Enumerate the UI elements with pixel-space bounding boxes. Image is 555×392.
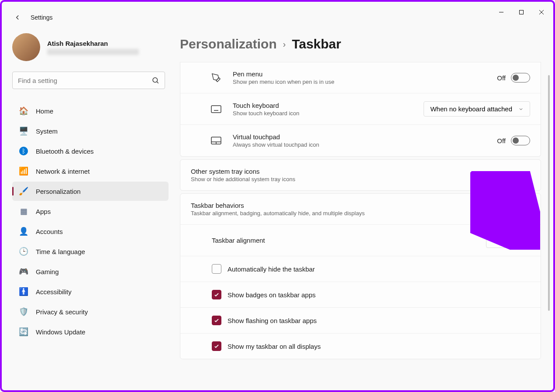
sidebar-item-personalization[interactable]: 🖌️Personalization bbox=[12, 182, 169, 201]
keyboard-icon bbox=[208, 104, 224, 114]
sidebar-item-gaming[interactable]: 🎮Gaming bbox=[12, 262, 169, 281]
sidebar-item-time-language[interactable]: 🕒Time & language bbox=[12, 242, 169, 261]
sidebar-item-label: System bbox=[36, 127, 58, 135]
sidebar-item-privacy[interactable]: 🛡️Privacy & security bbox=[12, 302, 169, 321]
system-tray-icons-group: Pen menu Show pen menu icon when pen is … bbox=[180, 62, 541, 157]
time-language-icon: 🕒 bbox=[19, 247, 28, 256]
sidebar: Atish Rajasekharan 🏠Home 🖥️System ᛒBluet… bbox=[2, 23, 172, 390]
pen-menu-toggle[interactable] bbox=[511, 73, 530, 83]
toggle-state-label: Off bbox=[497, 74, 506, 82]
privacy-icon: 🛡️ bbox=[19, 307, 28, 316]
sidebar-item-home[interactable]: 🏠Home bbox=[12, 101, 169, 120]
profile-email-redacted bbox=[47, 49, 139, 55]
sidebar-item-system[interactable]: 🖥️System bbox=[12, 121, 169, 141]
setting-subtitle: Show touch keyboard icon bbox=[233, 110, 424, 117]
gaming-icon: 🎮 bbox=[19, 267, 28, 276]
personalization-icon: 🖌️ bbox=[19, 187, 28, 196]
flashing-checkbox[interactable] bbox=[212, 316, 221, 325]
dropdown-value: Center bbox=[493, 237, 512, 244]
setting-row-virtual-touchpad: Virtual touchpad Always show virtual tou… bbox=[180, 125, 541, 156]
checkbox-label: Show badges on taskbar apps bbox=[228, 291, 316, 299]
setting-row-all-displays: Show my taskbar on all displays bbox=[180, 333, 541, 359]
chevron-down-icon bbox=[525, 172, 530, 178]
network-icon: 📶 bbox=[19, 167, 28, 175]
setting-title: Taskbar alignment bbox=[212, 237, 265, 244]
sidebar-item-label: Accounts bbox=[36, 228, 63, 235]
close-button[interactable] bbox=[531, 5, 552, 19]
setting-row-auto-hide: Automatically hide the taskbar bbox=[180, 256, 541, 282]
setting-subtitle: Show pen menu icon when pen is in use bbox=[233, 79, 497, 85]
chevron-right-icon: › bbox=[283, 39, 286, 49]
setting-row-flashing: Show flashing on taskbar apps bbox=[180, 307, 541, 333]
sidebar-item-label: Accessibility bbox=[36, 288, 72, 296]
badges-checkbox[interactable] bbox=[212, 290, 221, 299]
setting-row-taskbar-alignment: Taskbar alignment Center bbox=[180, 224, 541, 256]
system-icon: 🖥️ bbox=[19, 127, 28, 135]
sidebar-item-network[interactable]: 📶Network & internet bbox=[12, 162, 169, 181]
search-box[interactable] bbox=[12, 72, 165, 89]
auto-hide-checkbox[interactable] bbox=[212, 264, 221, 274]
pen-icon bbox=[208, 72, 224, 83]
sidebar-item-label: Time & language bbox=[36, 248, 85, 255]
sidebar-item-label: Apps bbox=[36, 208, 51, 215]
bluetooth-icon: ᛒ bbox=[19, 147, 28, 155]
search-icon bbox=[152, 76, 159, 84]
setting-subtitle: Always show virtual touchpad icon bbox=[233, 141, 497, 148]
section-title: Taskbar behaviors bbox=[191, 202, 525, 209]
avatar bbox=[12, 33, 40, 61]
accessibility-icon: 🚹 bbox=[19, 287, 28, 296]
svg-line-5 bbox=[157, 82, 158, 83]
apps-icon: ▦ bbox=[19, 207, 28, 216]
sidebar-item-accessibility[interactable]: 🚹Accessibility bbox=[12, 282, 169, 301]
setting-row-pen-menu: Pen menu Show pen menu icon when pen is … bbox=[180, 62, 541, 93]
sidebar-item-label: Personalization bbox=[36, 188, 81, 195]
nav-list: 🏠Home 🖥️System ᛒBluetooth & devices 📶Net… bbox=[12, 101, 169, 341]
setting-row-badges: Show badges on taskbar apps bbox=[180, 282, 541, 307]
virtual-touchpad-toggle[interactable] bbox=[511, 136, 530, 145]
chevron-down-icon bbox=[518, 107, 524, 112]
touch-keyboard-dropdown[interactable]: When no keyboard attached bbox=[424, 101, 530, 117]
titlebar: Settings bbox=[2, 2, 553, 23]
sidebar-item-label: Windows Update bbox=[36, 328, 85, 336]
section-subtitle: Show or hide additional system tray icon… bbox=[191, 176, 525, 182]
checkbox-label: Automatically hide the taskbar bbox=[228, 265, 315, 273]
sidebar-item-apps[interactable]: ▦Apps bbox=[12, 202, 169, 221]
sidebar-item-windows-update[interactable]: 🔄Windows Update bbox=[12, 322, 169, 341]
breadcrumb-parent[interactable]: Personalization bbox=[180, 37, 277, 52]
section-subtitle: Taskbar alignment, badging, automaticall… bbox=[191, 210, 525, 217]
sidebar-item-label: Gaming bbox=[36, 268, 59, 275]
touchpad-icon bbox=[208, 135, 224, 146]
setting-title: Pen menu bbox=[233, 70, 497, 78]
taskbar-behaviors-section: Taskbar behaviors Taskbar alignment, bad… bbox=[180, 193, 541, 359]
search-input[interactable] bbox=[18, 77, 152, 84]
app-title: Settings bbox=[31, 14, 53, 21]
toggle-state-label: Off bbox=[497, 137, 506, 144]
update-icon: 🔄 bbox=[19, 327, 28, 336]
sidebar-item-bluetooth[interactable]: ᛒBluetooth & devices bbox=[12, 141, 169, 161]
scrollbar[interactable] bbox=[548, 75, 550, 320]
breadcrumb-current: Taskbar bbox=[292, 37, 341, 52]
back-button[interactable] bbox=[12, 12, 23, 23]
taskbar-alignment-dropdown[interactable]: Center bbox=[486, 233, 530, 248]
profile-name: Atish Rajasekharan bbox=[47, 40, 139, 47]
svg-rect-6 bbox=[211, 106, 221, 113]
accounts-icon: 👤 bbox=[19, 227, 28, 236]
checkbox-label: Show flashing on taskbar apps bbox=[228, 317, 317, 324]
minimize-button[interactable] bbox=[491, 5, 511, 19]
dropdown-value: When no keyboard attached bbox=[430, 105, 512, 113]
maximize-button[interactable] bbox=[511, 5, 531, 19]
sidebar-item-label: Network & internet bbox=[36, 168, 90, 175]
sidebar-item-accounts[interactable]: 👤Accounts bbox=[12, 222, 169, 241]
other-system-tray-section[interactable]: Other system tray icons Show or hide add… bbox=[180, 159, 541, 191]
taskbar-behaviors-header[interactable]: Taskbar behaviors Taskbar alignment, bad… bbox=[180, 194, 541, 224]
all-displays-checkbox[interactable] bbox=[212, 341, 221, 351]
section-title: Other system tray icons bbox=[191, 168, 525, 175]
checkbox-label: Show my taskbar on all displays bbox=[228, 343, 321, 350]
setting-title: Virtual touchpad bbox=[233, 133, 497, 141]
sidebar-item-label: Bluetooth & devices bbox=[36, 148, 94, 155]
sidebar-item-label: Privacy & security bbox=[36, 308, 88, 316]
setting-row-touch-keyboard: Touch keyboard Show touch keyboard icon … bbox=[180, 93, 541, 125]
profile[interactable]: Atish Rajasekharan bbox=[12, 33, 169, 61]
svg-rect-1 bbox=[520, 10, 524, 14]
breadcrumb: Personalization › Taskbar bbox=[180, 37, 541, 52]
